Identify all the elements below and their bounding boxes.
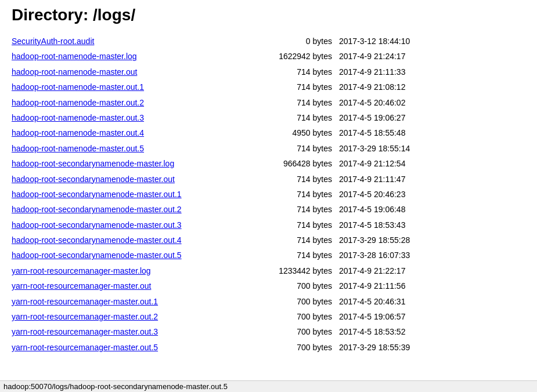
file-row: hadoop-root-namenode-master.out.3714 byt…	[12, 110, 525, 125]
file-name-cell: hadoop-root-namenode-master.out.4	[12, 126, 255, 139]
file-name-cell: hadoop-root-secondarynamenode-master.out	[12, 173, 255, 186]
file-name-cell: hadoop-root-namenode-master.out.2	[12, 96, 255, 109]
file-size: 714 bytes	[255, 188, 337, 201]
file-date: 2017-4-9 21:11:33	[337, 66, 525, 78]
file-size: 700 bytes	[255, 295, 337, 308]
file-size: 714 bytes	[255, 234, 337, 246]
file-link[interactable]: hadoop-root-secondarynamenode-master.log	[12, 159, 174, 168]
file-date: 2017-4-5 19:06:27	[337, 111, 525, 124]
file-size: 714 bytes	[255, 96, 337, 109]
file-row: hadoop-root-namenode-master.out714 bytes…	[12, 64, 525, 79]
file-date: 2017-4-5 19:06:57	[337, 310, 525, 323]
file-row: hadoop-root-namenode-master.log1622942 b…	[12, 49, 525, 64]
file-name-cell: yarn-root-resourcemanager-master.out.2	[12, 310, 255, 323]
file-size: 966428 bytes	[255, 157, 337, 170]
file-link[interactable]: SecurityAuth-root.audit	[12, 37, 94, 46]
file-row: hadoop-root-namenode-master.out.2714 byt…	[12, 95, 525, 110]
file-size: 714 bytes	[255, 219, 337, 231]
file-row: yarn-root-resourcemanager-master.out.270…	[12, 309, 525, 324]
file-name-cell: yarn-root-resourcemanager-master.out.1	[12, 295, 255, 308]
file-date: 2017-3-29 18:55:39	[337, 341, 525, 354]
file-link[interactable]: yarn-root-resourcemanager-master.out.3	[12, 327, 158, 336]
file-link[interactable]: yarn-root-resourcemanager-master.log	[12, 266, 151, 275]
file-link[interactable]: hadoop-root-secondarynamenode-master.out…	[12, 251, 182, 260]
file-name-cell: hadoop-root-namenode-master.out	[12, 66, 255, 78]
file-row: hadoop-root-secondarynamenode-master.out…	[12, 233, 525, 248]
file-date: 2017-4-9 21:11:47	[337, 173, 525, 186]
file-row: yarn-root-resourcemanager-master.log1233…	[12, 263, 525, 278]
file-link[interactable]: hadoop-root-namenode-master.log	[12, 52, 137, 61]
file-date: 2017-4-9 21:24:17	[337, 50, 525, 63]
file-date: 2017-4-5 18:53:52	[337, 325, 525, 338]
file-date: 2017-4-9 21:22:17	[337, 264, 525, 277]
file-row: hadoop-root-secondarynamenode-master.out…	[12, 202, 525, 217]
file-link[interactable]: hadoop-root-namenode-master.out.4	[12, 128, 144, 137]
file-size: 714 bytes	[255, 81, 337, 93]
file-row: SecurityAuth-root.audit0 bytes2017-3-12 …	[12, 34, 525, 49]
file-row: yarn-root-resourcemanager-master.out.570…	[12, 340, 525, 355]
file-link[interactable]: hadoop-root-secondarynamenode-master.out…	[12, 235, 182, 245]
file-row: yarn-root-resourcemanager-master.out700 …	[12, 278, 525, 293]
file-size: 714 bytes	[255, 142, 337, 155]
file-size: 714 bytes	[255, 173, 337, 186]
file-name-cell: hadoop-root-namenode-master.log	[12, 50, 255, 63]
file-link[interactable]: hadoop-root-namenode-master.out.5	[12, 144, 144, 153]
file-link[interactable]: yarn-root-resourcemanager-master.out.5	[12, 343, 158, 352]
file-link[interactable]: hadoop-root-secondarynamenode-master.out…	[12, 220, 182, 230]
file-name-cell: yarn-root-resourcemanager-master.out.3	[12, 325, 255, 338]
file-name-cell: hadoop-root-namenode-master.out.5	[12, 142, 255, 155]
file-date: 2017-4-9 21:11:56	[337, 280, 525, 292]
file-date: 2017-4-9 21:08:12	[337, 81, 525, 93]
file-name-cell: SecurityAuth-root.audit	[12, 35, 255, 48]
file-date: 2017-4-5 20:46:23	[337, 188, 525, 201]
file-size: 714 bytes	[255, 249, 337, 262]
file-size: 714 bytes	[255, 66, 337, 78]
file-size: 700 bytes	[255, 325, 337, 338]
file-name-cell: hadoop-root-secondarynamenode-master.log	[12, 157, 255, 170]
file-date: 2017-3-29 18:55:14	[337, 142, 525, 155]
file-size: 700 bytes	[255, 341, 337, 354]
file-date: 2017-3-12 18:44:10	[337, 35, 525, 48]
page-title: Directory: /logs/	[12, 6, 525, 24]
file-link[interactable]: hadoop-root-namenode-master.out.3	[12, 113, 144, 122]
file-size: 1233442 bytes	[255, 264, 337, 277]
file-row: hadoop-root-secondarynamenode-master.out…	[12, 248, 525, 263]
file-link[interactable]: hadoop-root-secondarynamenode-master.out…	[12, 205, 182, 214]
file-name-cell: hadoop-root-namenode-master.out.3	[12, 111, 255, 124]
file-date: 2017-4-9 21:12:54	[337, 157, 525, 170]
file-name-cell: hadoop-root-namenode-master.out.1	[12, 81, 255, 93]
file-name-cell: yarn-root-resourcemanager-master.log	[12, 264, 255, 277]
file-row: hadoop-root-secondarynamenode-master.log…	[12, 156, 525, 171]
file-date: 2017-4-5 18:53:43	[337, 219, 525, 231]
file-date: 2017-4-5 20:46:02	[337, 96, 525, 109]
file-link[interactable]: yarn-root-resourcemanager-master.out	[12, 281, 151, 291]
file-row: hadoop-root-secondarynamenode-master.out…	[12, 172, 525, 187]
file-name-cell: hadoop-root-secondarynamenode-master.out…	[12, 234, 255, 246]
file-size: 1622942 bytes	[255, 50, 337, 63]
file-link[interactable]: hadoop-root-secondarynamenode-master.out…	[12, 190, 182, 199]
file-link[interactable]: hadoop-root-secondarynamenode-master.out	[12, 175, 175, 184]
file-list: SecurityAuth-root.audit0 bytes2017-3-12 …	[12, 34, 525, 355]
file-size: 714 bytes	[255, 203, 337, 216]
file-name-cell: hadoop-root-secondarynamenode-master.out…	[12, 203, 255, 216]
file-size: 714 bytes	[255, 111, 337, 124]
file-name-cell: hadoop-root-secondarynamenode-master.out…	[12, 219, 255, 231]
file-link[interactable]: hadoop-root-namenode-master.out.2	[12, 98, 144, 107]
file-name-cell: hadoop-root-secondarynamenode-master.out…	[12, 249, 255, 262]
file-name-cell: hadoop-root-secondarynamenode-master.out…	[12, 188, 255, 201]
file-size: 0 bytes	[255, 35, 337, 48]
file-row: yarn-root-resourcemanager-master.out.370…	[12, 324, 525, 339]
file-row: hadoop-root-namenode-master.out.5714 byt…	[12, 141, 525, 156]
file-link[interactable]: yarn-root-resourcemanager-master.out.1	[12, 297, 158, 306]
file-size: 700 bytes	[255, 280, 337, 292]
file-link[interactable]: hadoop-root-namenode-master.out	[12, 67, 137, 77]
file-link[interactable]: yarn-root-resourcemanager-master.out.2	[12, 312, 158, 321]
file-size: 700 bytes	[255, 310, 337, 323]
file-row: hadoop-root-secondarynamenode-master.out…	[12, 217, 525, 233]
file-date: 2017-4-5 20:46:31	[337, 295, 525, 308]
file-size: 4950 bytes	[255, 126, 337, 139]
file-row: hadoop-root-secondarynamenode-master.out…	[12, 187, 525, 202]
file-date: 2017-4-5 18:55:48	[337, 126, 525, 139]
file-date: 2017-3-29 18:55:28	[337, 234, 525, 246]
file-link[interactable]: hadoop-root-namenode-master.out.1	[12, 82, 144, 92]
